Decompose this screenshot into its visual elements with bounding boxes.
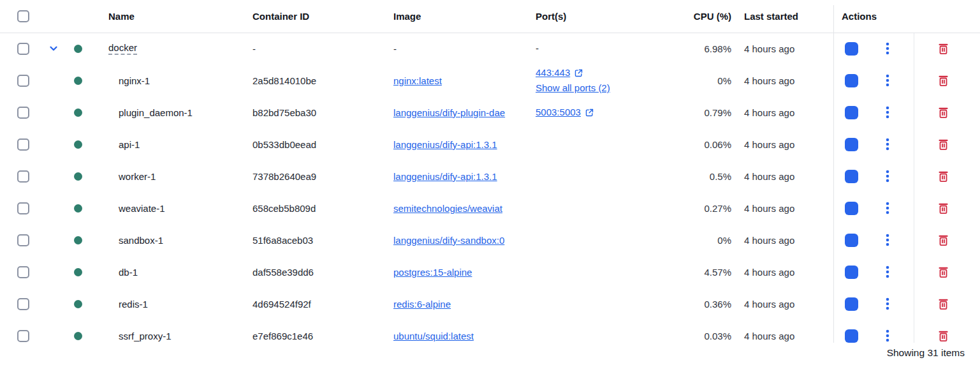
cpu-value: 0.03%: [704, 331, 731, 341]
image-link[interactable]: nginx:latest: [393, 75, 442, 86]
trash-icon[interactable]: [936, 233, 950, 247]
cpu-value: 0%: [717, 235, 731, 246]
stop-button[interactable]: [845, 138, 858, 151]
image-link[interactable]: langgenius/dify-api:1.3.1: [393, 171, 497, 182]
stop-button[interactable]: [845, 234, 858, 247]
stop-button[interactable]: [845, 74, 858, 87]
port-entry: 443:443: [536, 65, 610, 80]
container-name[interactable]: db-1: [108, 267, 138, 278]
trash-icon[interactable]: [936, 105, 950, 119]
row-checkbox[interactable]: [17, 234, 29, 246]
stop-button[interactable]: [845, 329, 858, 343]
ports-cell: 443:443 Show all ports (2): [536, 65, 610, 96]
image-link[interactable]: postgres:15-alpine: [393, 267, 472, 278]
trash-icon[interactable]: [936, 169, 950, 183]
kebab-menu-icon[interactable]: [882, 201, 893, 215]
image-link[interactable]: redis:6-alpine: [393, 299, 451, 310]
status-running-dot: [74, 204, 82, 213]
row-checkbox[interactable]: [17, 170, 29, 183]
image-link[interactable]: langgenius/dify-sandbox:0: [393, 235, 504, 246]
trash-icon[interactable]: [936, 41, 950, 56]
status-running-dot: [74, 109, 82, 117]
kebab-menu-icon[interactable]: [882, 265, 893, 279]
column-header-last-started: Last started: [744, 11, 798, 22]
trash-icon[interactable]: [936, 201, 950, 215]
stop-button[interactable]: [845, 42, 858, 56]
stop-button[interactable]: [845, 106, 858, 119]
status-running-dot: [74, 77, 82, 85]
container-name[interactable]: redis-1: [108, 299, 148, 310]
container-name[interactable]: worker-1: [108, 171, 156, 182]
image-link[interactable]: langgenius/dify-plugin-dae: [393, 107, 505, 118]
kebab-menu-icon[interactable]: [882, 137, 893, 151]
stop-button[interactable]: [845, 202, 858, 215]
column-header-cpu: CPU (%): [694, 11, 731, 22]
port-link[interactable]: 443:443: [536, 65, 570, 80]
delete-column-divider: [914, 33, 914, 343]
items-count-status: Showing 31 items: [887, 345, 965, 361]
kebab-menu-icon[interactable]: [882, 169, 893, 183]
trash-icon[interactable]: [936, 297, 950, 311]
trash-icon[interactable]: [936, 265, 950, 279]
stop-button[interactable]: [845, 266, 858, 279]
container-id: 2a5d814010be: [252, 75, 316, 86]
container-id: 4d694524f92f: [252, 299, 311, 310]
trash-icon[interactable]: [936, 73, 950, 87]
last-started: 4 hours ago: [744, 75, 794, 86]
kebab-menu-icon[interactable]: [882, 105, 893, 119]
column-header-actions: Actions: [842, 11, 877, 22]
cpu-value: 0.79%: [704, 107, 731, 118]
kebab-menu-icon[interactable]: [882, 233, 893, 247]
port-link[interactable]: Show all ports (2): [536, 80, 610, 96]
row-checkbox[interactable]: [17, 330, 29, 342]
container-id: daf558e39dd6: [252, 267, 314, 278]
external-link-icon: [585, 108, 594, 117]
container-name[interactable]: plugin_daemon-1: [108, 107, 193, 118]
port-link[interactable]: 5003:5003: [536, 105, 581, 120]
port-entry: 5003:5003: [536, 105, 594, 120]
last-started: 4 hours ago: [744, 299, 794, 310]
port-text: -: [536, 41, 539, 56]
actions-column-divider: [833, 5, 834, 343]
container-name[interactable]: sandbox-1: [108, 235, 163, 246]
cpu-value: 0.36%: [704, 299, 731, 310]
container-name[interactable]: docker: [108, 42, 137, 55]
select-all-checkbox[interactable]: [17, 10, 29, 22]
row-checkbox[interactable]: [17, 139, 29, 151]
chevron-down-icon[interactable]: [47, 42, 60, 55]
stop-button[interactable]: [845, 297, 858, 311]
port-entry: Show all ports (2): [536, 80, 610, 96]
image-link[interactable]: ubuntu/squid:latest: [393, 331, 474, 341]
ports-cell: -: [536, 41, 539, 56]
stop-button[interactable]: [845, 170, 858, 183]
image-name: -: [393, 43, 397, 54]
status-running-dot: [74, 45, 82, 53]
kebab-menu-icon[interactable]: [882, 73, 893, 87]
last-started: 4 hours ago: [744, 171, 794, 182]
container-name[interactable]: nginx-1: [108, 75, 150, 86]
image-link[interactable]: semitechnologies/weaviat: [393, 203, 502, 214]
container-name[interactable]: weaviate-1: [108, 203, 165, 214]
row-checkbox[interactable]: [17, 202, 29, 214]
container-name[interactable]: api-1: [108, 139, 140, 150]
image-link[interactable]: langgenius/dify-api:1.3.1: [393, 139, 497, 150]
container-name[interactable]: ssrf_proxy-1: [108, 331, 172, 341]
row-checkbox[interactable]: [17, 43, 29, 55]
kebab-menu-icon[interactable]: [882, 297, 893, 311]
last-started: 4 hours ago: [744, 267, 794, 278]
status-running-dot: [74, 140, 82, 149]
kebab-menu-icon[interactable]: [882, 41, 893, 56]
row-checkbox[interactable]: [17, 298, 29, 310]
row-checkbox[interactable]: [17, 107, 29, 119]
column-header-container-id: Container ID: [252, 11, 309, 22]
row-checkbox[interactable]: [17, 75, 29, 87]
row-checkbox[interactable]: [17, 266, 29, 278]
last-started: 4 hours ago: [744, 107, 794, 118]
trash-icon[interactable]: [936, 329, 950, 343]
cpu-value: 0%: [717, 75, 731, 86]
cpu-value: 4.57%: [704, 267, 731, 278]
container-id: 0b533db0eead: [252, 139, 316, 150]
trash-icon[interactable]: [936, 137, 950, 151]
last-started: 4 hours ago: [744, 331, 794, 341]
kebab-menu-icon[interactable]: [882, 329, 893, 343]
